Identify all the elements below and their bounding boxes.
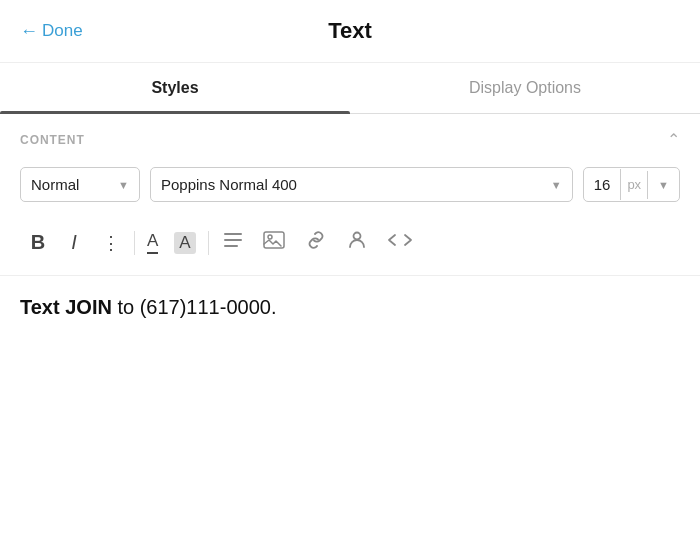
align-button[interactable] [213,225,253,260]
tab-styles[interactable]: Styles [0,63,350,113]
chevron-up-icon[interactable]: ⌃ [667,130,680,149]
done-label: Done [42,21,83,41]
svg-point-5 [353,233,360,240]
underline-color-button[interactable]: A [139,227,166,258]
style-select[interactable]: Normal ▼ [20,167,140,202]
link-icon [305,231,327,254]
separator-1 [134,231,135,255]
font-select-value: Poppins Normal 400 [161,176,545,193]
image-button[interactable] [253,225,295,260]
italic-icon: I [71,231,77,254]
bold-button[interactable]: B [20,225,56,260]
highlight-button[interactable]: A [166,228,203,258]
tab-display-options[interactable]: Display Options [350,63,700,113]
more-button[interactable]: ⋮ [92,226,130,260]
person-button[interactable] [337,224,377,261]
person-icon [347,230,367,255]
header: ← Done Text [0,0,700,63]
controls-row: Normal ▼ Poppins Normal 400 ▼ 16 px ▼ [0,161,700,216]
svg-point-4 [268,235,272,239]
image-icon [263,231,285,254]
content-area: Text JOIN to (617)111-0000. [0,276,700,339]
font-select-arrow-icon: ▼ [551,179,562,191]
code-button[interactable] [377,225,423,260]
content-section-header: CONTENT ⌃ [0,114,700,161]
underline-a-icon: A [147,231,158,254]
size-control: 16 px ▼ [583,167,680,202]
link-button[interactable] [295,225,337,260]
bold-icon: B [31,231,45,254]
style-select-value: Normal [31,176,112,193]
more-icon: ⋮ [102,232,120,254]
tab-bar: Styles Display Options [0,63,700,114]
code-icon [387,231,413,254]
align-icon [223,231,243,254]
italic-button[interactable]: I [56,225,92,260]
done-button[interactable]: ← Done [20,21,83,42]
font-select[interactable]: Poppins Normal 400 ▼ [150,167,573,202]
content-label: CONTENT [20,133,85,147]
toolbar-row: B I ⋮ A A [0,216,700,276]
size-unit: px [620,169,647,200]
size-value[interactable]: 16 [584,168,621,201]
page-title: Text [328,18,372,44]
style-select-arrow-icon: ▼ [118,179,129,191]
highlight-a-icon: A [174,232,195,254]
separator-2 [208,231,209,255]
back-arrow-icon: ← [20,21,38,42]
size-dropdown-button[interactable]: ▼ [647,171,679,199]
body-text: Text JOIN to (617)111-0000. [20,296,680,319]
